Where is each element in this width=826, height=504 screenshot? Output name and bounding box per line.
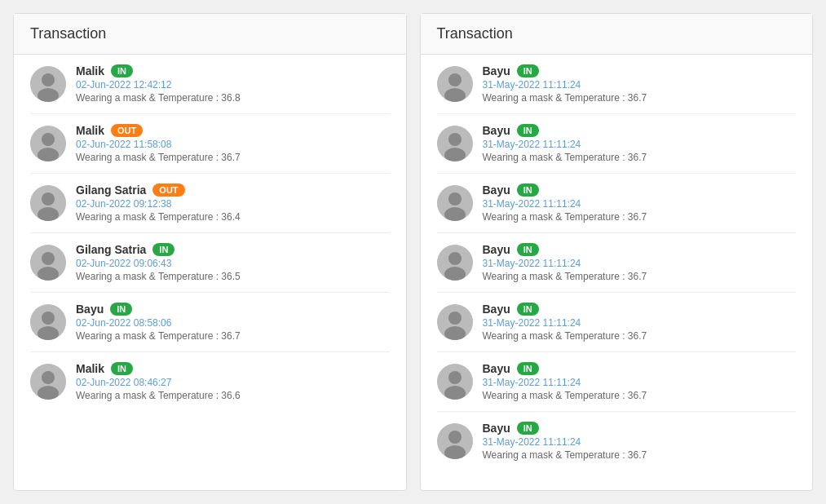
status-badge: IN [517,422,539,435]
transaction-datetime: 31-May-2022 11:11:24 [483,258,797,269]
item-info: Bayu IN 31-May-2022 11:11:24 Wearing a m… [483,303,797,342]
name-row: Bayu IN [76,303,390,316]
name-row: Malik OUT [76,124,390,137]
item-info: Gilang Satria OUT 02-Jun-2022 09:12:38 W… [76,183,390,223]
svg-point-37 [448,431,462,444]
name-row: Bayu IN [483,362,797,375]
person-name: Bayu [76,303,104,316]
avatar [30,185,66,221]
transaction-item: Bayu IN 31-May-2022 11:11:24 Wearing a m… [437,114,797,174]
status-badge: IN [517,243,539,256]
transaction-detail: Wearing a mask & Temperature : 36.7 [483,152,797,163]
transaction-datetime: 02-Jun-2022 08:58:06 [76,317,390,329]
transaction-item: Gilang Satria IN 02-Jun-2022 09:06:43 We… [30,233,390,293]
status-badge: IN [517,64,539,77]
avatar [437,304,473,340]
transaction-item: Bayu IN 31-May-2022 11:11:24 Wearing a m… [437,55,797,114]
transaction-detail: Wearing a mask & Temperature : 36.6 [76,390,390,401]
transaction-detail: Wearing a mask & Temperature : 36.8 [76,92,390,104]
name-row: Gilang Satria IN [76,243,390,256]
transaction-item: Bayu IN 31-May-2022 11:11:24 Wearing a m… [437,233,797,293]
avatar [30,245,66,281]
item-info: Bayu IN 31-May-2022 11:11:24 Wearing a m… [483,422,797,461]
transaction-item: Bayu IN 31-May-2022 11:11:24 Wearing a m… [437,352,797,412]
avatar [30,304,66,340]
avatar [30,66,66,102]
avatar [437,364,473,400]
transaction-item: Bayu IN 31-May-2022 11:11:24 Wearing a m… [437,412,797,471]
transaction-detail: Wearing a mask & Temperature : 36.7 [483,390,797,401]
svg-point-7 [42,192,55,206]
avatar [30,364,66,400]
right-transaction-list: Bayu IN 31-May-2022 11:11:24 Wearing a m… [421,55,813,471]
transaction-detail: Wearing a mask & Temperature : 36.7 [483,211,797,223]
svg-point-28 [448,252,462,265]
name-row: Bayu IN [483,243,797,256]
transaction-datetime: 31-May-2022 11:11:24 [483,317,797,329]
svg-point-19 [448,73,462,86]
person-name: Malik [76,362,104,375]
svg-point-31 [448,312,462,325]
svg-point-25 [448,192,462,206]
person-name: Bayu [483,124,510,137]
transaction-item: Bayu IN 31-May-2022 11:11:24 Wearing a m… [437,174,797,233]
name-row: Malik IN [76,64,390,77]
transaction-datetime: 02-Jun-2022 09:12:38 [76,198,390,210]
name-row: Bayu IN [483,422,797,435]
status-badge: IN [111,362,133,375]
transaction-datetime: 02-Jun-2022 12:42:12 [76,79,390,91]
svg-point-4 [42,133,55,146]
status-badge: OUT [152,183,184,197]
svg-point-1 [42,73,55,86]
transaction-datetime: 31-May-2022 11:11:24 [483,198,797,210]
transaction-detail: Wearing a mask & Temperature : 36.4 [76,211,390,223]
avatar [437,66,473,102]
name-row: Malik IN [76,362,390,375]
name-row: Bayu IN [483,183,797,197]
item-info: Malik IN 02-Jun-2022 08:46:27 Wearing a … [76,362,390,401]
transaction-detail: Wearing a mask & Temperature : 36.7 [76,152,390,163]
status-badge: IN [517,303,539,316]
transaction-item: Malik IN 02-Jun-2022 12:42:12 Wearing a … [30,55,390,114]
item-info: Bayu IN 31-May-2022 11:11:24 Wearing a m… [483,243,797,282]
person-name: Malik [76,124,104,137]
item-info: Bayu IN 31-May-2022 11:11:24 Wearing a m… [483,362,797,401]
transaction-datetime: 31-May-2022 11:11:24 [483,79,797,91]
status-badge: IN [111,64,133,77]
transaction-detail: Wearing a mask & Temperature : 36.7 [483,271,797,282]
transaction-detail: Wearing a mask & Temperature : 36.5 [76,271,390,282]
svg-point-13 [42,312,55,325]
right-transaction-panel: Transaction Bayu IN 31-May-2022 11:11:24… [420,13,814,491]
avatar [437,423,473,459]
svg-point-16 [42,371,55,384]
left-transaction-list: Malik IN 02-Jun-2022 12:42:12 Wearing a … [14,55,406,411]
name-row: Bayu IN [483,124,797,137]
transaction-datetime: 31-May-2022 11:11:24 [483,139,797,150]
left-transaction-panel: Transaction Malik IN 02-Jun-2022 12:42:1… [13,13,407,491]
transaction-detail: Wearing a mask & Temperature : 36.7 [483,92,797,104]
person-name: Bayu [483,303,510,316]
status-badge: IN [517,183,539,197]
svg-point-10 [42,252,55,265]
avatar [437,126,473,161]
status-badge: OUT [111,124,143,137]
avatar [30,126,66,161]
name-row: Gilang Satria OUT [76,183,390,197]
item-info: Bayu IN 31-May-2022 11:11:24 Wearing a m… [483,183,797,223]
avatar [437,185,473,221]
transaction-detail: Wearing a mask & Temperature : 36.7 [76,330,390,342]
person-name: Gilang Satria [76,183,146,197]
person-name: Bayu [483,362,510,375]
transaction-detail: Wearing a mask & Temperature : 36.7 [483,449,797,461]
transaction-item: Malik OUT 02-Jun-2022 11:58:08 Wearing a… [30,114,390,174]
person-name: Bayu [483,64,510,77]
status-badge: IN [110,303,132,316]
person-name: Bayu [483,243,510,256]
transaction-datetime: 31-May-2022 11:11:24 [483,436,797,448]
item-info: Malik OUT 02-Jun-2022 11:58:08 Wearing a… [76,124,390,163]
item-info: Bayu IN 31-May-2022 11:11:24 Wearing a m… [483,64,797,104]
person-name: Bayu [483,183,510,197]
transaction-datetime: 02-Jun-2022 08:46:27 [76,377,390,388]
left-panel-title: Transaction [14,14,406,55]
item-info: Malik IN 02-Jun-2022 12:42:12 Wearing a … [76,64,390,104]
